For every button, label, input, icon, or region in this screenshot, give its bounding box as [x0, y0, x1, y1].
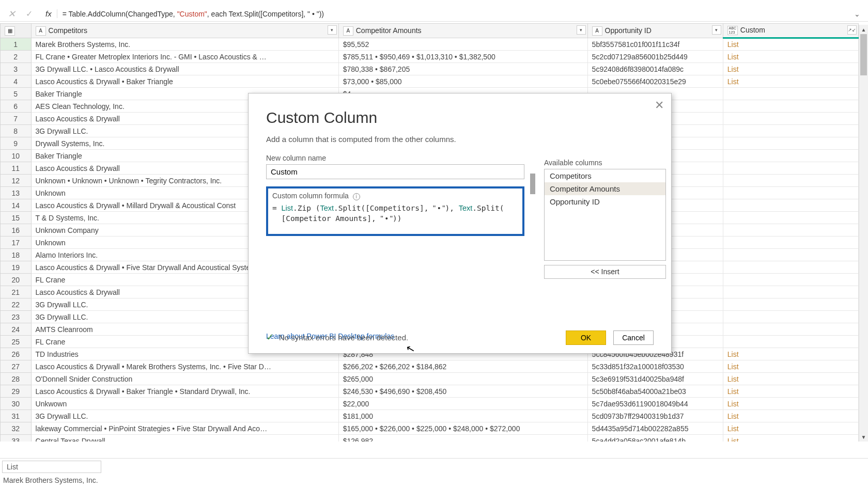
insert-button[interactable]: << Insert [544, 265, 666, 279]
table-row[interactable]: 2FL Crane • Greater Metroplex Interiors … [1, 51, 859, 63]
formula-bar-text[interactable]: = Table.AddColumn(ChangedType, "Custom",… [63, 10, 846, 18]
cell-custom[interactable] [723, 150, 858, 162]
row-number[interactable]: 9 [1, 137, 32, 150]
cell-custom[interactable] [723, 125, 858, 137]
row-number[interactable]: 27 [1, 360, 32, 373]
cell-custom[interactable] [723, 323, 858, 336]
cell-custom[interactable]: List [723, 360, 858, 373]
new-column-name-input[interactable] [266, 164, 524, 179]
row-number[interactable]: 10 [1, 150, 32, 162]
cell-oppid[interactable]: 5bf3557581c01f001f11c34f [587, 38, 723, 51]
cell-custom[interactable]: List [723, 51, 858, 63]
scroll-down-icon[interactable]: ▼ [859, 432, 868, 442]
column-dropdown-icon[interactable]: ▾ [328, 25, 337, 35]
cell-oppid[interactable]: 5c7dae953d61190018049b44 [587, 398, 723, 410]
cell-oppid[interactable]: 5c50b8f46aba54000a21be03 [587, 385, 723, 398]
row-number[interactable]: 24 [1, 323, 32, 336]
custom-column-formula-box[interactable]: Custom column formula i = List.Zip (Text… [266, 186, 524, 236]
fx-icon[interactable]: fx [40, 9, 57, 18]
cell-custom[interactable]: List [723, 348, 858, 360]
cell-amounts[interactable]: $181,000 [338, 410, 587, 422]
cell-custom[interactable] [723, 100, 858, 113]
cell-competitors[interactable]: Lasco Acoustics & Drywall • Baker Triang… [31, 75, 338, 88]
row-number[interactable]: 32 [1, 422, 32, 435]
cell-custom[interactable] [723, 274, 858, 286]
cell-custom[interactable]: List [723, 63, 858, 75]
table-row[interactable]: 30Unkwown$22,0005c7dae953d61190018049b44… [1, 398, 859, 410]
table-row[interactable]: 33G Drywall LLC. • Lasco Acoustics & Dry… [1, 63, 859, 75]
cell-competitors[interactable]: Lasco Acoustics & Drywall • Marek Brothe… [31, 360, 338, 373]
cell-custom[interactable] [723, 212, 858, 224]
cell-custom[interactable] [723, 199, 858, 212]
cell-custom[interactable]: List [723, 398, 858, 410]
cell-oppid[interactable]: 5cd0973b7ff29400319b1d37 [587, 410, 723, 422]
cell-custom[interactable] [723, 175, 858, 187]
cell-competitors[interactable]: 3G Drywall LLC. [31, 410, 338, 422]
formula-scrollbar-thumb[interactable] [530, 174, 535, 194]
cell-custom[interactable] [723, 311, 858, 323]
table-row[interactable]: 33Central Texas Drywall$126,9825ca4dd2a0… [1, 435, 859, 442]
cell-custom[interactable] [723, 187, 858, 199]
cell-amounts[interactable]: $780,338 • $867,205 [338, 63, 587, 75]
table-row[interactable]: 313G Drywall LLC.$181,0005cd0973b7ff2940… [1, 410, 859, 422]
cell-competitors[interactable]: Unkwown [31, 398, 338, 410]
row-number[interactable]: 1 [1, 38, 32, 51]
row-number[interactable]: 26 [1, 348, 32, 360]
cell-oppid[interactable]: 5c0ebe075566f40020315e29 [587, 75, 723, 88]
scroll-thumb[interactable] [860, 34, 867, 75]
cell-oppid[interactable]: 5c92408d6f83980014fa089c [587, 63, 723, 75]
available-column-item[interactable]: Competitors [545, 169, 665, 182]
cell-amounts[interactable]: $22,000 [338, 398, 587, 410]
cell-competitors[interactable]: lakeway Commercial • PinPoint Strategies… [31, 422, 338, 435]
available-column-item[interactable]: Competitor Amounts [545, 182, 665, 195]
cell-custom[interactable]: List [723, 373, 858, 385]
row-number[interactable]: 15 [1, 212, 32, 224]
cell-custom[interactable]: List [723, 410, 858, 422]
row-number[interactable]: 21 [1, 286, 32, 298]
cell-amounts[interactable]: $266,202 • $266,202 • $184,862 [338, 360, 587, 373]
close-icon[interactable]: ✕ [655, 99, 664, 112]
row-number[interactable]: 3 [1, 63, 32, 75]
cell-custom[interactable]: List [723, 38, 858, 51]
cell-custom[interactable] [723, 162, 858, 175]
cell-custom[interactable] [723, 137, 858, 150]
row-number[interactable]: 30 [1, 398, 32, 410]
table-row[interactable]: 29Lasco Acoustics & Drywall • Baker Tria… [1, 385, 859, 398]
column-dropdown-icon[interactable]: ▾ [712, 25, 721, 35]
cell-custom[interactable] [723, 237, 858, 249]
cell-oppid[interactable]: 5c3e6919f531d40025ba948f [587, 373, 723, 385]
row-number[interactable]: 6 [1, 100, 32, 113]
cell-custom[interactable] [723, 224, 858, 237]
row-number[interactable]: 8 [1, 125, 32, 137]
available-column-item[interactable]: Opportunity ID [545, 195, 665, 208]
cell-custom[interactable]: List [723, 435, 858, 442]
cell-custom[interactable] [723, 261, 858, 274]
info-icon[interactable]: i [353, 193, 360, 200]
table-row[interactable]: 4Lasco Acoustics & Drywall • Baker Trian… [1, 75, 859, 88]
cell-amounts[interactable]: $246,530 • $496,690 • $208,450 [338, 385, 587, 398]
table-row[interactable]: 32lakeway Commercial • PinPoint Strategi… [1, 422, 859, 435]
row-number[interactable]: 18 [1, 249, 32, 261]
cell-competitors[interactable]: Lasco Acoustics & Drywall • Baker Triang… [31, 385, 338, 398]
row-number[interactable]: 5 [1, 88, 32, 100]
cell-custom[interactable]: List [723, 422, 858, 435]
cell-custom[interactable] [723, 249, 858, 261]
expand-formula-icon[interactable]: ⌄ [851, 10, 863, 18]
ok-button[interactable]: OK [566, 330, 606, 345]
cell-amounts[interactable]: $95,552 [338, 38, 587, 51]
row-number[interactable]: 16 [1, 224, 32, 237]
cell-custom[interactable] [723, 336, 858, 348]
row-number[interactable]: 4 [1, 75, 32, 88]
cell-amounts[interactable]: $785,511 • $950,469 • $1,013,310 • $1,38… [338, 51, 587, 63]
cell-amounts[interactable]: $265,000 [338, 373, 587, 385]
row-number[interactable]: 25 [1, 336, 32, 348]
row-number[interactable]: 31 [1, 410, 32, 422]
cell-amounts[interactable]: $165,000 • $226,000 • $225,000 • $248,00… [338, 422, 587, 435]
table-row[interactable]: 28O'Donnell Snider Construction$265,0005… [1, 373, 859, 385]
cancel-button[interactable]: Cancel [613, 330, 654, 345]
row-number[interactable]: 7 [1, 113, 32, 125]
cell-competitors[interactable]: O'Donnell Snider Construction [31, 373, 338, 385]
cell-amounts[interactable]: $126,982 [338, 435, 587, 442]
row-number[interactable]: 2 [1, 51, 32, 63]
column-header-amounts[interactable]: ACompetitor Amounts▾ [338, 24, 587, 38]
